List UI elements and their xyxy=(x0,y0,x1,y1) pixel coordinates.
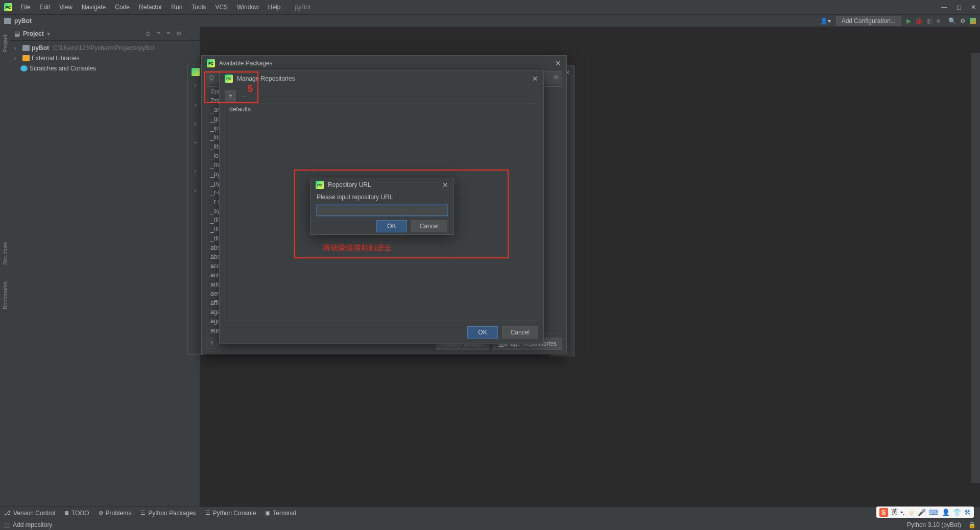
brand-icon[interactable] xyxy=(970,18,976,24)
add-configuration-button[interactable]: Add Configuration... xyxy=(836,16,901,26)
menu-refactor[interactable]: Refactor xyxy=(135,2,166,13)
minimize-icon[interactable]: — xyxy=(941,4,947,11)
hide-icon[interactable]: — xyxy=(186,30,196,37)
panel-title: Project xyxy=(23,30,44,37)
dialog-title: Available Packages xyxy=(219,60,273,67)
lock-icon[interactable]: 🔒 xyxy=(968,521,976,528)
branch-icon: ⎇ xyxy=(4,510,11,516)
chevron-right-icon[interactable]: › xyxy=(195,167,197,175)
menu-navigate[interactable]: Navigate xyxy=(78,2,110,13)
ime-keyboard-icon[interactable]: ⌨ xyxy=(929,509,939,516)
project-dropdown-icon[interactable]: ▤ xyxy=(14,30,20,37)
ok-button[interactable]: OK xyxy=(376,220,407,232)
tool-python-console[interactable]: ☰Python Console xyxy=(205,510,256,517)
pycharm-icon: PC xyxy=(4,3,12,11)
users-icon[interactable]: 👤▾ xyxy=(820,17,831,25)
settings-icon[interactable]: ⚙ xyxy=(960,17,966,25)
menu-run[interactable]: Run xyxy=(167,2,186,13)
collapse-icon[interactable]: ≡ xyxy=(165,30,172,37)
pycharm-icon: PC xyxy=(225,75,233,83)
project-tree: › pyBot C:\Users\123\PycharmProjects\pyB… xyxy=(10,41,200,76)
ime-skin-icon[interactable]: 👕 xyxy=(953,509,961,516)
warning-icon: ⊘ xyxy=(99,510,103,516)
ime-user-icon[interactable]: 👤 xyxy=(942,509,950,516)
menu-file[interactable]: File xyxy=(16,2,34,13)
close-icon[interactable]: ✕ xyxy=(532,75,538,83)
interpreter-label[interactable]: Python 3.10 (pyBot) xyxy=(907,521,961,528)
breadcrumb-project[interactable]: pyBot xyxy=(14,17,32,25)
chevron-right-icon[interactable]: › xyxy=(14,55,20,62)
gutter-bookmarks[interactable]: Bookmarks xyxy=(2,278,8,312)
tool-problems[interactable]: ⊘Problems xyxy=(99,510,132,517)
ime-toolbar[interactable]: S 英 •, ☺ 🎤 ⌨ 👤 👕 🛠 xyxy=(876,507,974,518)
expand-icon[interactable]: ≡ xyxy=(155,30,162,37)
bottom-toolbar: ⎇Version Control ≣TODO ⊘Problems ☰Python… xyxy=(0,507,980,519)
repo-row[interactable]: defaults xyxy=(225,104,538,114)
root-path: C:\Users\123\PycharmProjects\pyBot xyxy=(53,44,154,52)
tool-version-control[interactable]: ⎇Version Control xyxy=(4,510,55,517)
ime-emoji-icon[interactable]: ☺ xyxy=(908,509,915,516)
menu-window[interactable]: Window xyxy=(233,2,263,13)
dialog-title: Repository URL xyxy=(328,181,371,188)
annotation-chinese: 将镜像链接粘贴进去 xyxy=(323,243,392,253)
scratch-icon xyxy=(20,65,28,71)
close-icon[interactable]: ✕ xyxy=(442,181,448,189)
coverage-icon[interactable]: ◧ xyxy=(927,17,933,25)
gutter-structure[interactable]: Structure xyxy=(2,239,8,268)
stop-icon[interactable]: ■ xyxy=(937,17,940,25)
ime-s-icon[interactable]: S xyxy=(879,508,888,517)
ime-mic-icon[interactable]: 🎤 xyxy=(918,509,926,516)
console-icon: ☰ xyxy=(205,510,210,516)
ok-button[interactable]: OK xyxy=(467,326,497,339)
menu-edit[interactable]: Edit xyxy=(35,2,54,13)
tool-todo[interactable]: ≣TODO xyxy=(64,510,89,517)
tool-python-packages[interactable]: ☰Python Packages xyxy=(140,510,196,517)
external-libs-label: External Libraries xyxy=(32,55,79,62)
chevron-right-icon[interactable]: › xyxy=(195,187,197,194)
chevron-down-icon[interactable]: ▾ xyxy=(47,30,50,37)
ime-lang[interactable]: 英 xyxy=(891,508,898,517)
add-repo-button[interactable]: + xyxy=(225,90,236,102)
chevron-right-icon[interactable]: › xyxy=(14,44,20,52)
breadcrumb: pyBot 👤▾ Add Configuration... ▶ 🐞 ◧ ■ 🔍 … xyxy=(0,14,980,27)
menu-code[interactable]: Code xyxy=(111,2,134,13)
refresh-icon[interactable]: ⟳ xyxy=(554,74,559,81)
close-icon[interactable]: ✕ xyxy=(971,4,976,11)
right-gutter xyxy=(971,53,980,483)
chevron-right-icon[interactable]: › xyxy=(195,82,197,89)
settings-dialog-strip: › › › ⌄ › › xyxy=(187,64,203,355)
target-icon[interactable]: ⊙ xyxy=(144,30,152,37)
status-layout-icon[interactable]: ◫ xyxy=(4,521,10,528)
cancel-button[interactable]: Cancel xyxy=(411,220,447,232)
tree-external-libs[interactable]: › External Libraries xyxy=(10,53,200,63)
search-icon[interactable]: 🔍 xyxy=(948,17,956,25)
run-icon[interactable]: ▶ xyxy=(906,17,911,25)
menu-view[interactable]: View xyxy=(55,2,77,13)
menu-vcs[interactable]: VCS xyxy=(211,2,232,13)
tool-terminal[interactable]: ▣Terminal xyxy=(265,510,296,517)
gutter-project[interactable]: Project xyxy=(2,32,8,55)
menu-help[interactable]: Help xyxy=(264,2,285,13)
maximize-icon[interactable]: ◻ xyxy=(957,4,962,11)
chevron-right-icon[interactable]: › xyxy=(195,121,197,128)
close-icon[interactable]: ✕ xyxy=(555,59,561,67)
debug-icon[interactable]: 🐞 xyxy=(915,17,923,25)
repository-url-input[interactable] xyxy=(317,205,447,216)
package-icon: ☰ xyxy=(140,510,146,516)
menu-tools[interactable]: Tools xyxy=(187,2,210,13)
menubar: PC File Edit View Navigate Code Refactor… xyxy=(0,0,980,14)
chevron-down-icon[interactable]: ⌄ xyxy=(193,138,198,145)
cancel-button[interactable]: Cancel xyxy=(502,326,538,339)
left-tool-gutter: Project Structure Bookmarks xyxy=(0,27,10,507)
ime-tool-icon[interactable]: 🛠 xyxy=(964,509,971,516)
tree-scratches[interactable]: Scratches and Consoles xyxy=(10,63,200,74)
library-icon xyxy=(22,55,30,61)
status-message: Add repository xyxy=(13,521,52,528)
folder-icon xyxy=(4,18,11,24)
ime-punct-icon[interactable]: •, xyxy=(901,509,905,516)
folder-icon xyxy=(22,45,30,51)
chevron-right-icon[interactable]: › xyxy=(195,101,197,108)
gear-icon[interactable]: ⚙ xyxy=(175,30,183,37)
help-icon[interactable]: ? xyxy=(206,338,217,349)
tree-root[interactable]: › pyBot C:\Users\123\PycharmProjects\pyB… xyxy=(10,43,200,53)
